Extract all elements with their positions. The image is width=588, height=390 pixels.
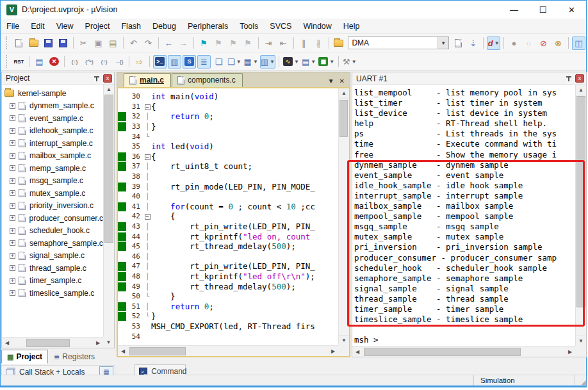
code-text[interactable]: for(count = 0 ; count < 10 ;cc [151,202,338,211]
menu-help[interactable]: Help [338,20,366,33]
watch-window-icon-dropdown[interactable]: ▼ [236,59,241,65]
expand-icon[interactable]: + [10,128,15,134]
code-text[interactable]: } [151,291,338,301]
chevron-down-icon[interactable]: ▼ [437,37,448,49]
copy-icon[interactable]: ▣ [92,37,105,50]
redo-icon[interactable]: ↷ [142,37,155,50]
scroll-up-icon[interactable]: ▲ [104,85,114,95]
menu-window[interactable]: Window [297,20,337,33]
tree-item-msgq-sample[interactable]: +msgq_sample.c [2,175,103,188]
toolbar-grip[interactable] [6,55,8,68]
reset-icon[interactable]: RST [12,55,26,69]
scroll-thumb[interactable] [339,100,348,137]
uart-hscrollbar[interactable]: ◀ ▶ [352,346,575,357]
fold-collapse-icon[interactable]: − [145,214,151,220]
comment-icon[interactable]: ∥ [297,37,311,50]
bookmark-next-icon[interactable]: ⚑ [227,37,240,50]
step-into-icon[interactable]: {↓} [68,55,81,69]
scroll-thumb[interactable] [26,339,70,347]
tree-item-producer-consumer[interactable]: +producer_consumer.c [2,212,103,225]
expand-icon[interactable]: + [10,215,15,221]
pin-icon[interactable] [94,76,100,81]
code-text[interactable]: int led(void) [151,142,338,151]
code-text[interactable]: } [151,122,338,131]
menu-project[interactable]: Project [79,20,116,33]
bookmark-toggle-icon[interactable]: ⚑ [197,37,211,50]
scroll-right-icon[interactable]: ▶ [565,346,575,357]
close-icon[interactable]: x [575,74,584,83]
start-stop-debug-icon-dropdown[interactable]: ▼ [494,40,500,46]
code-text[interactable]: { [151,102,338,111]
serial-window-icon-dropdown[interactable]: ▼ [270,59,275,65]
debug-settings-icon[interactable]: ⚒▼ [342,55,357,69]
memory-window-icon-dropdown[interactable]: ▼ [253,59,258,65]
step-out-icon[interactable]: {↑} [97,55,111,69]
incremental-find-icon[interactable]: ⇣ [466,37,480,50]
cut-icon[interactable]: ✂ [77,37,90,50]
editor-tab-components-c[interactable]: components.c [172,73,243,87]
menu-debug[interactable]: Debug [147,20,182,33]
tree-item-event-sample[interactable]: +event_sample.c [2,112,103,125]
scroll-up-icon[interactable]: ▲ [339,88,349,99]
toolbar-grip[interactable] [6,37,8,49]
project-vscrollbar[interactable]: ▲ [103,85,114,337]
call-stack-window-icon[interactable]: ❏ [212,55,225,69]
menu-tools[interactable]: Tools [234,20,264,33]
find-icon[interactable] [452,37,465,50]
uart-prompt[interactable]: msh > [354,335,575,345]
bookmark-prev-icon[interactable]: ⚑ [212,37,225,50]
tree-item-scheduler-hook[interactable]: +scheduler_hook.c [2,225,103,238]
insert-breakpoint-icon[interactable]: ● [507,37,521,50]
code-text[interactable]: rt_pin_mode(LED_PIN, PIN_MODE_ [151,182,338,191]
save-all-icon[interactable] [56,37,70,50]
expand-icon[interactable]: + [10,290,15,296]
menu-file[interactable]: File [1,20,25,33]
expand-icon[interactable]: + [10,253,15,259]
expand-icon[interactable]: + [10,165,15,171]
expand-icon[interactable]: + [10,240,15,246]
expand-icon[interactable]: + [10,178,15,184]
stop-icon[interactable]: ✕ [47,55,61,69]
close-button[interactable]: ✕ [557,1,586,19]
scroll-left-icon[interactable]: ◀ [2,337,12,348]
step-over-icon[interactable]: {↷} [83,55,96,69]
disable-all-breakpoints-icon[interactable]: ⊘ [537,37,550,50]
tab-project[interactable]: ▦Project [1,350,48,364]
toolbox-icon-dropdown[interactable]: ▼ [329,59,334,65]
editor-hscrollbar[interactable]: ◀ ▶ [118,345,338,356]
scroll-up-icon[interactable]: ▲ [576,85,586,95]
back-arrow-icon[interactable]: ← [162,37,176,50]
code-text[interactable]: rt_kprintf("led off\r\n"); [151,272,338,281]
find-in-files-icon[interactable] [332,37,345,50]
code-text[interactable]: rt_pin_write(LED_PIN, PIN_ [151,261,338,271]
project-hscrollbar[interactable]: ◀ ▶ [2,337,103,348]
run-icon[interactable]: ▤ [33,55,46,69]
scroll-thumb[interactable] [364,348,521,356]
expand-icon[interactable]: + [10,190,15,196]
editor-tab-main-c[interactable]: main.c [124,73,171,87]
registers-window-icon[interactable]: ≣ [197,55,211,69]
tree-item-timer-sample[interactable]: +timer_sample.c [2,275,103,288]
new-file-icon[interactable] [12,37,26,50]
code-text[interactable]: return 0; [151,302,338,311]
dma-combobox[interactable]: DMA▼ [348,37,449,49]
editor-vscrollbar[interactable]: ▲ ▼ [338,88,349,345]
tree-item-dynmem-sample[interactable]: +dynmem_sample.c [2,100,103,113]
code-area[interactable]: 30int main(void)31−{32│ return 0;33│}34└… [118,88,338,345]
menu-svcs[interactable]: SVCS [264,20,297,33]
scroll-left-icon[interactable]: ◀ [118,346,128,356]
debug-settings-icon-dropdown[interactable]: ▼ [352,59,357,65]
scroll-thumb[interactable] [576,96,585,307]
bookmark-clear-icon[interactable]: ⚑ [241,37,255,50]
menu-peripherals[interactable]: Peripherals [182,20,234,33]
code-text[interactable]: rt_thread_mdelay(500); [151,241,338,251]
serial-window-icon[interactable]: ▥▼ [260,55,275,69]
tree-item-timeslice-sample[interactable]: +timeslice_sample.c [2,287,103,300]
memory-window-icon[interactable]: ▦▼ [243,55,259,69]
scroll-thumb[interactable] [129,347,186,355]
analysis-window-icon[interactable]: ∿▼ [282,55,300,69]
paste-icon[interactable]: ▤ [106,37,120,50]
expand-icon[interactable]: + [10,115,15,121]
menu-edit[interactable]: Edit [25,20,51,33]
toolbox-icon[interactable]: ▦▼ [318,55,335,69]
